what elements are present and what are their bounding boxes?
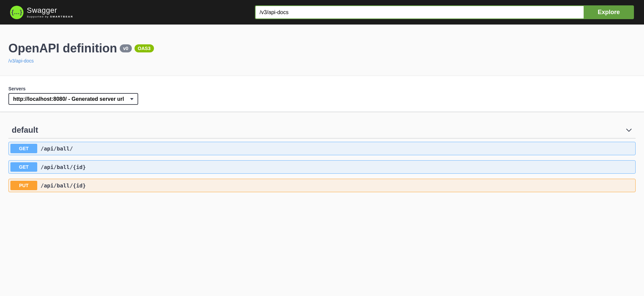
info-section: OpenAPI definition v0 OAS3 /v3/api-docs xyxy=(0,25,644,76)
operations-list: GET/api/ball/GET/api/ball/{id}PUT/api/ba… xyxy=(8,142,636,192)
version-badge: v0 xyxy=(120,44,132,52)
url-bar: Explore xyxy=(255,5,634,19)
method-badge: GET xyxy=(10,144,37,153)
api-title: OpenAPI definition xyxy=(8,41,117,55)
spec-link[interactable]: /v3/api-docs xyxy=(8,58,34,64)
operation-block[interactable]: GET/api/ball/ xyxy=(8,142,636,155)
operation-path: /api/ball/ xyxy=(41,145,73,152)
tag-name: default xyxy=(12,125,38,135)
swagger-logo: {…} Swagger Supported by SMARTBEAR xyxy=(10,6,73,19)
method-badge: GET xyxy=(10,162,37,172)
operation-block[interactable]: GET/api/ball/{id} xyxy=(8,160,636,174)
logo-brand: Swagger xyxy=(27,7,73,14)
explore-button[interactable]: Explore xyxy=(584,5,634,19)
operations-container: default GET/api/ball/GET/api/ball/{id}PU… xyxy=(0,112,644,207)
server-select[interactable]: http://localhost:8080/ - Generated serve… xyxy=(8,93,138,105)
server-select-wrap: http://localhost:8080/ - Generated serve… xyxy=(8,93,138,105)
operation-path: /api/ball/{id} xyxy=(41,164,86,170)
servers-section: Servers http://localhost:8080/ - Generat… xyxy=(0,76,644,112)
swagger-logo-icon: {…} xyxy=(10,6,23,19)
spec-url-input[interactable] xyxy=(255,5,584,19)
operation-path: /api/ball/{id} xyxy=(41,182,86,189)
title-row: OpenAPI definition v0 OAS3 xyxy=(8,41,636,55)
logo-subtitle: Supported by SMARTBEAR xyxy=(27,15,73,18)
method-badge: PUT xyxy=(10,181,37,190)
topbar: {…} Swagger Supported by SMARTBEAR Explo… xyxy=(0,0,644,25)
tag-header[interactable]: default xyxy=(8,122,636,138)
operation-block[interactable]: PUT/api/ball/{id} xyxy=(8,179,636,192)
chevron-down-icon xyxy=(626,127,632,133)
servers-label: Servers xyxy=(8,86,636,91)
oas-badge: OAS3 xyxy=(135,44,154,52)
swagger-logo-text: Swagger Supported by SMARTBEAR xyxy=(27,7,73,18)
